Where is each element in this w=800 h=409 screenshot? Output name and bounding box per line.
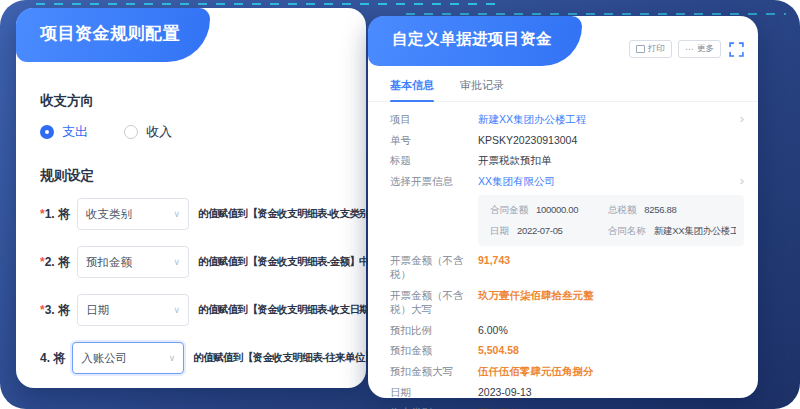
fullscreen-icon[interactable]: [729, 42, 744, 57]
field-label: 项目: [390, 112, 478, 126]
detail-toolbar: 打印 ⋯ 更多: [629, 40, 744, 58]
rule-4-field-select[interactable]: 入账公司 ∨: [72, 342, 184, 374]
contract-field-value: 2022-07-05: [517, 225, 563, 237]
field-label: 开票金额（不含税）: [390, 253, 478, 281]
contract-field-label: 合同金额: [490, 204, 528, 216]
radio-income-label: 收入: [146, 123, 172, 141]
print-button[interactable]: 打印: [629, 40, 672, 58]
radio-unselected-icon: [124, 125, 138, 139]
rule-1-field-value: 收支类别: [86, 207, 132, 222]
withhold-amount-value: 5,504.58: [478, 343, 519, 357]
invoice-amount-value: 91,743: [478, 253, 510, 267]
chevron-down-icon: ∨: [173, 209, 180, 219]
chevron-down-icon: ∨: [173, 257, 180, 267]
rules-label: 规则设定: [40, 167, 356, 185]
contract-field-label: 合同名称: [608, 225, 646, 237]
detail-fields: 项目 新建XX集团办公楼工程 › 单号 KPSKY20230913004 标题 …: [368, 102, 758, 409]
field-label: 收支类别: [390, 405, 478, 409]
doc-number-value: KPSKY20230913004: [478, 133, 577, 147]
contract-field-value: 8256.88: [644, 204, 676, 216]
date-value: 2023-09-13: [478, 385, 532, 399]
field-label: 标题: [390, 153, 478, 167]
field-row-withhold-ratio: 预扣比例 6.00%: [390, 323, 744, 337]
field-label: 预扣金额: [390, 343, 478, 357]
contract-summary-card: 合同金额 100000.00 总税额 8256.88 日期 2022-07-05…: [478, 195, 744, 247]
withhold-ratio-value: 6.00%: [478, 323, 508, 337]
tab-approval-record[interactable]: 审批记录: [460, 78, 504, 101]
field-label: 单号: [390, 133, 478, 147]
field-row-title: 标题 开票税款预扣单: [390, 153, 744, 167]
contract-field-label: 日期: [490, 225, 509, 237]
contract-amount-item: 合同金额 100000.00: [490, 204, 604, 216]
radio-expense[interactable]: 支出: [40, 123, 88, 141]
chevron-right-icon[interactable]: ›: [740, 112, 744, 125]
print-button-label: 打印: [648, 43, 665, 55]
rule-row-4: 4. 将 入账公司 ∨ 的值赋值到【资金收支明细表-往来单位】中: [40, 342, 356, 374]
right-panel-title: 自定义单据进项目资金: [368, 16, 582, 66]
field-row-invoice-info: 选择开票信息 XX集团有限公司 ›: [390, 174, 744, 188]
more-button[interactable]: ⋯ 更多: [678, 40, 721, 58]
document-detail-panel: 自定义单据进项目资金 打印 ⋯ 更多 基本信息 审批记录 项目 新建XX集团办公…: [368, 16, 758, 398]
direction-radio-group: 支出 收入: [40, 123, 356, 141]
chevron-right-icon[interactable]: ›: [740, 174, 744, 187]
field-row-invoice-amount: 开票金额（不含税） 91,743: [390, 253, 744, 281]
print-icon: [636, 45, 645, 53]
rule-1-suffix: 的值赋值到【资金收支明细表-收支类别】中: [198, 207, 389, 221]
invoice-company-link[interactable]: XX集团有限公司: [478, 174, 555, 188]
rule-2-suffix: 的值赋值到【资金收支明细表-金额】中: [198, 255, 369, 269]
doc-title-value: 开票税款预扣单: [478, 153, 552, 167]
radio-income[interactable]: 收入: [124, 123, 172, 141]
field-label: 日期: [390, 385, 478, 399]
rule-3-suffix: 的值赋值到【资金收支明细表-收支日期】中: [198, 303, 389, 317]
project-link[interactable]: 新建XX集团办公楼工程: [478, 112, 587, 126]
more-icon: ⋯: [685, 46, 694, 52]
rule-row-3: * 3. 将 日期 ∨ 的值赋值到【资金收支明细表-收支日期】中: [40, 294, 356, 326]
rule-3-field-value: 日期: [86, 303, 109, 318]
radio-expense-label: 支出: [62, 123, 88, 141]
field-label: 开票金额（不含税）大写: [390, 288, 478, 316]
field-row-invoice-amount-caps: 开票金额（不含税）大写 玖万壹仟柒佰肆拾叁元整: [390, 288, 744, 316]
contract-name-item: 合同名称 新建XX集团办公楼工程现浇工程承包合同: [608, 225, 736, 237]
field-row-withhold-amount: 预扣金额 5,504.58: [390, 343, 744, 357]
contract-field-value: 新建XX集团办公楼工程现浇工程承包合同: [654, 225, 736, 237]
tab-basic-info[interactable]: 基本信息: [390, 78, 434, 101]
rule-2-field-value: 预扣金额: [86, 255, 132, 270]
rule-number: 2. 将: [45, 254, 70, 271]
rule-config-panel: 项目资金规则配置 收支方向 支出 收入 规则设定 * 1. 将 收支类别: [16, 8, 366, 388]
rule-4-field-value: 入账公司: [81, 351, 127, 366]
category-value: 预扣税款: [478, 405, 520, 409]
rule-number: 1. 将: [45, 206, 70, 223]
chevron-down-icon: ∨: [169, 353, 176, 363]
radio-selected-icon: [40, 125, 54, 139]
field-label: 预扣比例: [390, 323, 478, 337]
rule-row-1: * 1. 将 收支类别 ∨ 的值赋值到【资金收支明细表-收支类别】中: [40, 198, 356, 230]
contract-field-value: 100000.00: [536, 204, 578, 216]
field-row-date: 日期 2023-09-13: [390, 385, 744, 399]
contract-field-label: 总税额: [608, 204, 637, 216]
field-row-project: 项目 新建XX集团办公楼工程 ›: [390, 112, 744, 126]
field-label: 预扣金额大写: [390, 364, 478, 378]
field-label: 选择开票信息: [390, 174, 478, 188]
more-button-label: 更多: [697, 43, 714, 55]
contract-date-item: 日期 2022-07-05: [490, 225, 604, 237]
field-row-doc-number: 单号 KPSKY20230913004: [390, 133, 744, 147]
contract-tax-item: 总税额 8256.88: [608, 204, 736, 216]
direction-label: 收支方向: [40, 92, 356, 110]
rule-config-body: 收支方向 支出 收入 规则设定 * 1. 将 收支类别 ∨: [16, 8, 366, 374]
field-row-withhold-amount-caps: 预扣金额大写 伍仟伍佰零肆元伍角捌分: [390, 364, 744, 378]
rule-row-2: * 2. 将 预扣金额 ∨ 的值赋值到【资金收支明细表-金额】中: [40, 246, 356, 278]
chevron-down-icon: ∨: [173, 305, 180, 315]
invoice-amount-caps-value: 玖万壹仟柒佰肆拾叁元整: [478, 288, 594, 302]
rule-2-field-select[interactable]: 预扣金额 ∨: [77, 246, 189, 278]
left-panel-title: 项目资金规则配置: [16, 8, 210, 62]
rule-number: 3. 将: [45, 302, 70, 319]
rule-3-field-select[interactable]: 日期 ∨: [77, 294, 189, 326]
field-row-category: 收支类别 预扣税款: [390, 405, 744, 409]
withhold-amount-caps-value: 伍仟伍佰零肆元伍角捌分: [478, 364, 594, 378]
rule-number: 4. 将: [40, 350, 65, 367]
marketing-frame: 项目资金规则配置 收支方向 支出 收入 规则设定 * 1. 将 收支类别: [0, 0, 800, 409]
rule-4-suffix: 的值赋值到【资金收支明细表-往来单位】中: [193, 351, 384, 365]
rule-1-field-select[interactable]: 收支类别 ∨: [77, 198, 189, 230]
